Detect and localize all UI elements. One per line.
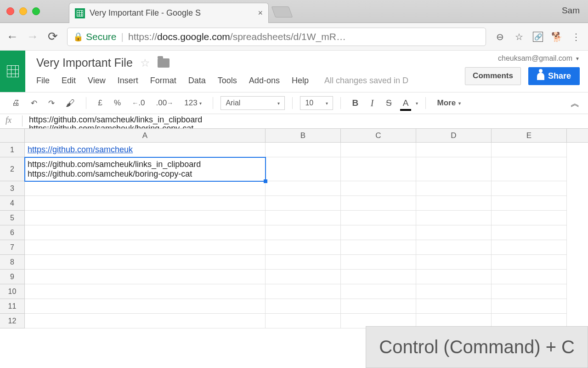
italic-button[interactable]: I (366, 96, 379, 110)
menu-edit[interactable]: Edit (62, 76, 76, 86)
cell-a3[interactable] (25, 181, 266, 196)
chrome-profile-name[interactable]: Sam (562, 6, 580, 16)
document-title[interactable]: Very Important File (36, 56, 133, 69)
cell-e10[interactable] (492, 284, 567, 299)
bookmark-star-icon[interactable]: ☆ (514, 31, 525, 42)
formula-content[interactable]: https://github.com/samcheuk/links_in_cli… (29, 115, 202, 129)
cell-c2[interactable] (341, 157, 416, 181)
cell-c3[interactable] (341, 181, 416, 196)
col-header-d[interactable]: D (416, 129, 492, 142)
text-color-button[interactable]: A (399, 96, 413, 110)
sheets-logo-icon[interactable] (0, 51, 25, 92)
undo-icon[interactable]: ↶ (27, 96, 41, 110)
cell-e6[interactable] (492, 225, 567, 240)
bold-button[interactable]: B (348, 96, 362, 110)
cell-a5[interactable] (25, 211, 266, 225)
cell-b2[interactable] (266, 157, 341, 181)
cell-a6[interactable] (25, 225, 266, 240)
currency-button[interactable]: £ (94, 96, 107, 110)
cell-e8[interactable] (492, 255, 567, 270)
cell-a1[interactable]: https://github.com/samcheuk (25, 143, 266, 157)
cell-b9[interactable] (266, 270, 341, 284)
cell-d5[interactable] (416, 211, 492, 225)
share-button[interactable]: Share (528, 67, 580, 85)
row-header-10[interactable]: 10 (0, 284, 25, 299)
cell-d1[interactable] (416, 143, 492, 157)
cell-c4[interactable] (341, 196, 416, 211)
star-icon[interactable]: ☆ (140, 57, 150, 69)
selection-handle[interactable] (264, 179, 267, 183)
url-input[interactable]: 🔒 Secure | https://docs.google.com/sprea… (67, 28, 486, 46)
comments-button[interactable]: Comments (465, 67, 521, 85)
browser-tab[interactable]: Very Important File - Google S × (69, 3, 269, 23)
row-header-7[interactable]: 7 (0, 240, 25, 255)
row-header-8[interactable]: 8 (0, 255, 25, 270)
cell-d4[interactable] (416, 196, 492, 211)
print-icon[interactable]: 🖨 (8, 96, 23, 110)
cell-c5[interactable] (341, 211, 416, 225)
cell-d9[interactable] (416, 270, 492, 284)
strikethrough-button[interactable]: S (382, 96, 396, 110)
cell-b10[interactable] (266, 284, 341, 299)
cell-a4[interactable] (25, 196, 266, 211)
formula-bar[interactable]: fx https://github.com/samcheuk/links_in_… (0, 114, 588, 129)
cell-b3[interactable] (266, 181, 341, 196)
user-email[interactable]: cheuksam@gmail.com ▼ (498, 54, 580, 63)
cell-d6[interactable] (416, 225, 492, 240)
cell-a9[interactable] (25, 270, 266, 284)
cell-d3[interactable] (416, 181, 492, 196)
cell-e3[interactable] (492, 181, 567, 196)
cell-a7[interactable] (25, 240, 266, 255)
cell-b11[interactable] (266, 299, 341, 314)
zoom-out-icon[interactable]: ⊖ (494, 31, 505, 42)
cell-d11[interactable] (416, 299, 492, 314)
cell-c10[interactable] (341, 284, 416, 299)
menu-data[interactable]: Data (188, 76, 206, 86)
menu-tools[interactable]: Tools (218, 76, 237, 86)
col-header-e[interactable]: E (492, 129, 567, 142)
cell-c6[interactable] (341, 225, 416, 240)
back-button[interactable]: ← (6, 31, 18, 43)
forward-button[interactable]: → (27, 31, 39, 43)
paint-format-icon[interactable]: 🖌 (62, 96, 79, 110)
row-header-12[interactable]: 12 (0, 314, 25, 328)
row-header-4[interactable]: 4 (0, 196, 25, 211)
row-header-5[interactable]: 5 (0, 211, 25, 225)
extension-greyhound-icon[interactable]: 🐕 (551, 31, 562, 42)
col-header-c[interactable]: C (341, 129, 416, 142)
percent-button[interactable]: % (110, 96, 124, 110)
chrome-menu-icon[interactable]: ⋮ (571, 31, 582, 42)
cell-b5[interactable] (266, 211, 341, 225)
cell-c8[interactable] (341, 255, 416, 270)
font-family-select[interactable]: Arial▾ (220, 96, 285, 110)
reload-button[interactable]: ⟳ (47, 31, 59, 43)
cell-b7[interactable] (266, 240, 341, 255)
cell-c1[interactable] (341, 143, 416, 157)
menu-view[interactable]: View (88, 76, 106, 86)
col-header-b[interactable]: B (266, 129, 341, 142)
row-header-9[interactable]: 9 (0, 270, 25, 284)
cell-b6[interactable] (266, 225, 341, 240)
folder-icon[interactable] (158, 58, 170, 68)
cell-c9[interactable] (341, 270, 416, 284)
close-window-button[interactable] (6, 7, 14, 15)
row-header-2[interactable]: 2 (0, 157, 25, 181)
cell-a12[interactable] (25, 314, 266, 328)
increase-decimal-button[interactable]: .00→ (152, 96, 177, 110)
cell-c7[interactable] (341, 240, 416, 255)
row-header-3[interactable]: 3 (0, 181, 25, 196)
more-tools-button[interactable]: More▾ (433, 96, 464, 110)
menu-file[interactable]: File (36, 76, 50, 86)
maximize-window-button[interactable] (32, 7, 40, 15)
menu-help[interactable]: Help (292, 76, 309, 86)
collapse-toolbar-icon[interactable]: ︽ (571, 97, 580, 109)
row-header-1[interactable]: 1 (0, 143, 25, 157)
menu-addons[interactable]: Add-ons (249, 76, 280, 86)
redo-icon[interactable]: ↷ (45, 96, 58, 110)
select-all-cell[interactable] (0, 129, 25, 142)
cell-a8[interactable] (25, 255, 266, 270)
row-header-11[interactable]: 11 (0, 299, 25, 314)
cell-e11[interactable] (492, 299, 567, 314)
minimize-window-button[interactable] (19, 7, 27, 15)
cell-d8[interactable] (416, 255, 492, 270)
